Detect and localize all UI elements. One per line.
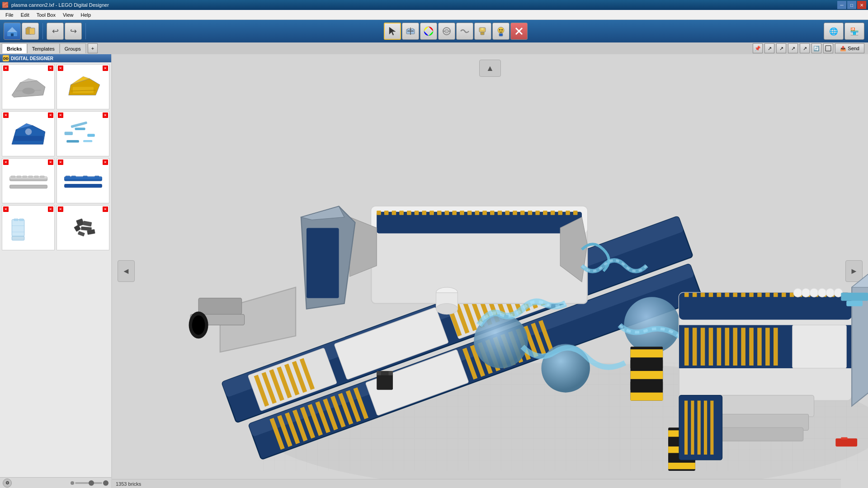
statusbar: 1353 bricks: [112, 479, 841, 488]
redo-button[interactable]: ↪: [65, 23, 82, 40]
flex-tool-button[interactable]: [456, 23, 473, 40]
close-brick-6[interactable]: ✕: [103, 160, 108, 165]
zoom-max-dot: [103, 480, 108, 486]
close-brick-3[interactable]: ✕: [48, 113, 53, 118]
svg-rect-235: [841, 293, 868, 301]
close-brick-5[interactable]: ✕: [48, 160, 53, 165]
close-brick-7-left[interactable]: ✕: [3, 206, 9, 212]
tab-templates[interactable]: Templates: [27, 43, 60, 53]
panel-header: DD DIGITAL DESIGNER: [0, 54, 111, 62]
view-select-btn[interactable]: 📌: [753, 43, 763, 53]
smiley-button[interactable]: [492, 23, 509, 40]
svg-rect-216: [377, 374, 393, 390]
svg-rect-184: [717, 293, 722, 297]
close-brick-2-left[interactable]: ✕: [58, 66, 63, 71]
view-btn-5[interactable]: 🔄: [811, 43, 821, 53]
svg-rect-47: [11, 176, 15, 178]
select-tool-button[interactable]: [384, 23, 401, 40]
home-button[interactable]: [4, 23, 21, 40]
undo-button[interactable]: ↩: [47, 23, 64, 40]
menu-view[interactable]: View: [59, 11, 77, 19]
lego-model-svg: [112, 54, 868, 488]
svg-rect-233: [835, 438, 857, 446]
view-btn-4[interactable]: ↗: [800, 43, 810, 53]
svg-rect-134: [422, 211, 427, 215]
send-button[interactable]: 📤 Send: [835, 43, 864, 53]
send-icon: 📤: [840, 46, 846, 52]
open-button[interactable]: [22, 23, 39, 40]
toolbar-group-right: 🌐 🏪: [824, 23, 864, 40]
view-toggle[interactable]: [823, 43, 833, 53]
close-brick-7[interactable]: ✕: [48, 206, 53, 212]
zoom-track[interactable]: [75, 482, 102, 484]
svg-rect-158: [198, 298, 242, 314]
svg-rect-49: [23, 176, 27, 178]
svg-rect-218: [377, 371, 381, 375]
close-brick-8-left[interactable]: ✕: [58, 206, 63, 212]
color-picker-button[interactable]: [420, 23, 437, 40]
svg-rect-169: [631, 371, 663, 379]
view-btn-3[interactable]: ↗: [788, 43, 798, 53]
svg-rect-44: [71, 121, 87, 128]
close-brick-1[interactable]: ✕: [48, 66, 53, 71]
close-brick-3-left[interactable]: ✕: [3, 113, 9, 118]
svg-rect-142: [482, 211, 487, 215]
add-brick-button[interactable]: [402, 23, 419, 40]
svg-rect-210: [765, 328, 770, 366]
tab-bricks[interactable]: Bricks: [2, 43, 27, 53]
brick-card-1[interactable]: ✕ ✕: [2, 64, 55, 109]
svg-rect-153: [566, 211, 570, 215]
svg-rect-211: [774, 328, 778, 366]
menu-file[interactable]: File: [2, 11, 17, 19]
close-brick-4-left[interactable]: ✕: [58, 113, 63, 118]
svg-point-161: [192, 315, 205, 335]
svg-rect-57: [66, 176, 70, 178]
add-tab-button[interactable]: +: [88, 43, 98, 53]
close-brick-2[interactable]: ✕: [103, 66, 108, 71]
svg-rect-141: [475, 211, 480, 215]
close-brick-1-left[interactable]: ✕: [3, 66, 9, 71]
close-brick-6-left[interactable]: ✕: [58, 160, 63, 165]
menu-help[interactable]: Help: [77, 11, 95, 19]
close-brick-8[interactable]: ✕: [103, 206, 108, 212]
svg-rect-51: [34, 176, 38, 178]
tab-groups[interactable]: Groups: [60, 43, 86, 53]
svg-rect-236: [846, 301, 863, 306]
brick-thumb-4: [62, 116, 104, 151]
svg-rect-187: [741, 293, 745, 297]
svg-rect-171: [631, 393, 663, 401]
svg-rect-5: [29, 28, 35, 34]
panel-settings-icon[interactable]: ⚙: [3, 479, 12, 488]
svg-marker-6: [389, 27, 396, 35]
minimize-button[interactable]: ─: [837, 1, 846, 9]
svg-rect-63: [19, 219, 23, 221]
lego-shop-button[interactable]: 🏪: [844, 23, 864, 40]
close-brick-4[interactable]: ✕: [103, 113, 108, 118]
svg-rect-61: [12, 220, 24, 236]
maximize-button[interactable]: □: [847, 1, 856, 9]
paint-button[interactable]: [474, 23, 491, 40]
close-button[interactable]: ✕: [857, 1, 866, 9]
brick-card-5[interactable]: ✕ ✕: [2, 158, 55, 203]
svg-rect-152: [558, 211, 562, 215]
close-brick-5-left[interactable]: ✕: [3, 160, 9, 165]
panel-bottom: ⚙: [0, 477, 111, 488]
menu-toolbox[interactable]: Tool Box: [33, 11, 59, 19]
brick-card-2[interactable]: ✕ ✕: [57, 64, 109, 109]
brick-card-4[interactable]: ✕ ✕: [57, 111, 109, 156]
svg-rect-170: [631, 382, 663, 390]
hinge-tool-button[interactable]: [438, 23, 455, 40]
svg-rect-146: [513, 211, 517, 215]
view-btn-1[interactable]: ↗: [764, 43, 774, 53]
zoom-min-dot: [71, 481, 74, 485]
view3d-button[interactable]: 🌐: [824, 23, 844, 40]
delete-button[interactable]: [510, 23, 528, 40]
brick-card-3[interactable]: ✕ ✕: [2, 111, 55, 156]
brick-card-6[interactable]: ✕ ✕: [57, 158, 109, 203]
svg-rect-33: [73, 87, 94, 93]
brick-card-8[interactable]: ✕ ✕: [57, 205, 109, 250]
view-btn-2[interactable]: ↗: [776, 43, 786, 53]
menu-edit[interactable]: Edit: [17, 11, 33, 19]
zoom-handle[interactable]: [89, 480, 94, 486]
brick-card-7[interactable]: ✕ ✕: [2, 205, 55, 250]
